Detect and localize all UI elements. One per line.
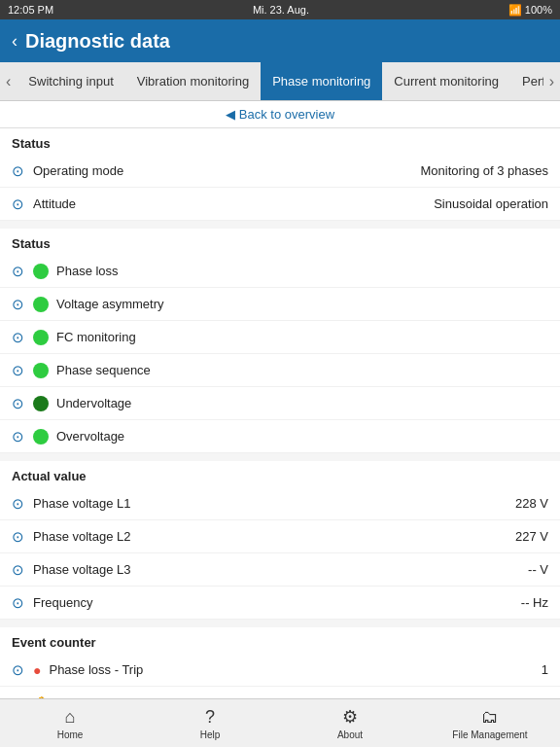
back-circle-icon: ◀	[226, 107, 235, 122]
status-icons: 📶 100%	[508, 4, 552, 17]
voltage-asym-indicator	[33, 297, 49, 312]
check-icon: ⊙	[12, 296, 33, 313]
row-voltage-l2: ⊙ Phase voltage L2 227 V	[0, 520, 560, 553]
check-icon: ⊙	[12, 594, 33, 612]
check-icon: ⊙	[12, 495, 33, 513]
phase-seq-indicator	[33, 363, 49, 378]
phase-loss-indicator	[33, 264, 49, 279]
row-phase-sequence: ⊙ Phase sequence	[0, 354, 560, 387]
nav-about[interactable]: ⚙ About	[280, 699, 420, 747]
voltage-l2-label: Phase voltage L2	[33, 529, 515, 544]
undervoltage-indicator	[33, 396, 49, 411]
row-phase-loss-trip: ⊙ ● Phase loss - Trip 1	[0, 654, 560, 687]
tab-switching[interactable]: Switching input	[17, 62, 124, 101]
red-circle-icon: ●	[33, 662, 41, 678]
file-icon: 🗂	[481, 707, 499, 728]
check-icon: ⊙	[12, 329, 33, 346]
tab-next-button[interactable]: ›	[543, 62, 560, 100]
phase-loss-trip-value: 1	[542, 662, 548, 677]
phase-loss-label: Phase loss	[56, 264, 548, 278]
row-phase-loss: ⊙ Phase loss	[0, 255, 560, 288]
attitude-value: Sinusoidal operation	[434, 196, 548, 211]
voltage-asym-label: Voltage asymmetry	[56, 297, 548, 311]
row-fc-monitoring: ⊙ FC monitoring	[0, 321, 560, 354]
attitude-label: Attitude	[33, 196, 434, 211]
phase-seq-label: Phase sequence	[56, 363, 548, 377]
voltage-l1-label: Phase voltage L1	[33, 496, 515, 511]
row-voltage-l1: ⊙ Phase voltage L1 228 V	[0, 487, 560, 520]
status-date: Mi. 23. Aug.	[253, 4, 309, 16]
nav-file-label: File Management	[452, 729, 527, 740]
voltage-l3-value: -- V	[528, 562, 548, 577]
divider2	[0, 453, 560, 461]
battery-icon: 100%	[525, 4, 552, 16]
nav-help[interactable]: ? Help	[140, 699, 280, 747]
tab-vibration[interactable]: Vibration monitoring	[125, 62, 261, 101]
overvoltage-label: Overvoltage	[56, 429, 548, 444]
check-icon: ⊙	[12, 196, 33, 213]
operating-mode-value: Monitoring of 3 phases	[420, 163, 548, 178]
check-icon: ⊙	[12, 395, 33, 412]
bottom-nav: ⌂ Home ? Help ⚙ About 🗂 File Management	[0, 698, 560, 747]
check-icon: ⊙	[12, 561, 33, 579]
row-undervoltage: ⊙ Undervoltage	[0, 387, 560, 420]
check-icon: ⊙	[12, 362, 33, 379]
wifi-icon: 📶	[508, 4, 522, 16]
row-voltage-l3: ⊙ Phase voltage L3 -- V	[0, 553, 560, 587]
content: Status ⊙ Operating mode Monitoring of 3 …	[0, 128, 560, 747]
nav-about-label: About	[337, 729, 363, 740]
check-icon: ⊙	[12, 661, 33, 679]
section-status1-header: Status	[0, 128, 560, 155]
section-status2-header: Status	[0, 229, 560, 255]
status-time: 12:05 PM	[8, 4, 53, 16]
back-button[interactable]: ‹	[12, 31, 18, 52]
header: ‹ Diagnostic data	[0, 19, 560, 62]
check-icon: ⊙	[12, 428, 33, 445]
nav-file[interactable]: 🗂 File Management	[420, 699, 560, 747]
row-voltage-asymmetry: ⊙ Voltage asymmetry	[0, 288, 560, 321]
divider3	[0, 620, 560, 627]
section-event-header: Event counter	[0, 627, 560, 654]
tab-phase[interactable]: Phase monitoring	[261, 62, 382, 101]
voltage-l3-label: Phase voltage L3	[33, 562, 528, 577]
tab-performance[interactable]: Performance	[510, 62, 543, 101]
help-icon: ?	[205, 707, 215, 728]
nav-home-label: Home	[57, 729, 84, 740]
home-icon: ⌂	[65, 707, 76, 728]
check-icon: ⊙	[12, 528, 33, 546]
back-overview-label: Back to overview	[239, 107, 334, 122]
back-overview: ◀ Back to overview	[0, 101, 560, 128]
check-icon: ⊙	[12, 162, 33, 180]
voltage-l2-value: 227 V	[515, 529, 548, 544]
undervoltage-label: Undervoltage	[56, 396, 548, 410]
check-icon: ⊙	[12, 263, 33, 280]
page-title: Diagnostic data	[25, 30, 170, 53]
row-operating-mode: ⊙ Operating mode Monitoring of 3 phases	[0, 155, 560, 188]
tab-bar: ‹ Switching input Vibration monitoring P…	[0, 62, 560, 101]
nav-help-label: Help	[200, 729, 221, 740]
about-icon: ⚙	[342, 706, 358, 728]
tabs-container: Switching input Vibration monitoring Pha…	[17, 62, 542, 101]
frequency-value: -- Hz	[521, 595, 548, 610]
row-attitude: ⊙ Attitude Sinusoidal operation	[0, 188, 560, 221]
nav-home[interactable]: ⌂ Home	[0, 699, 140, 747]
fc-label: FC monitoring	[56, 330, 548, 344]
overvoltage-indicator	[33, 429, 49, 445]
tab-prev-button[interactable]: ‹	[0, 62, 17, 100]
row-overvoltage: ⊙ Overvoltage	[0, 420, 560, 453]
back-overview-link[interactable]: ◀ Back to overview	[226, 107, 334, 122]
voltage-l1-value: 228 V	[515, 496, 548, 511]
operating-mode-label: Operating mode	[33, 163, 420, 178]
divider1	[0, 221, 560, 229]
section-actual-header: Actual value	[0, 461, 560, 487]
frequency-label: Frequency	[33, 595, 521, 610]
status-bar: 12:05 PM Mi. 23. Aug. 📶 100%	[0, 0, 560, 19]
fc-indicator	[33, 330, 49, 345]
tab-current[interactable]: Current monitoring	[382, 62, 510, 101]
phase-loss-trip-label: Phase loss - Trip	[49, 662, 541, 677]
row-frequency: ⊙ Frequency -- Hz	[0, 587, 560, 620]
